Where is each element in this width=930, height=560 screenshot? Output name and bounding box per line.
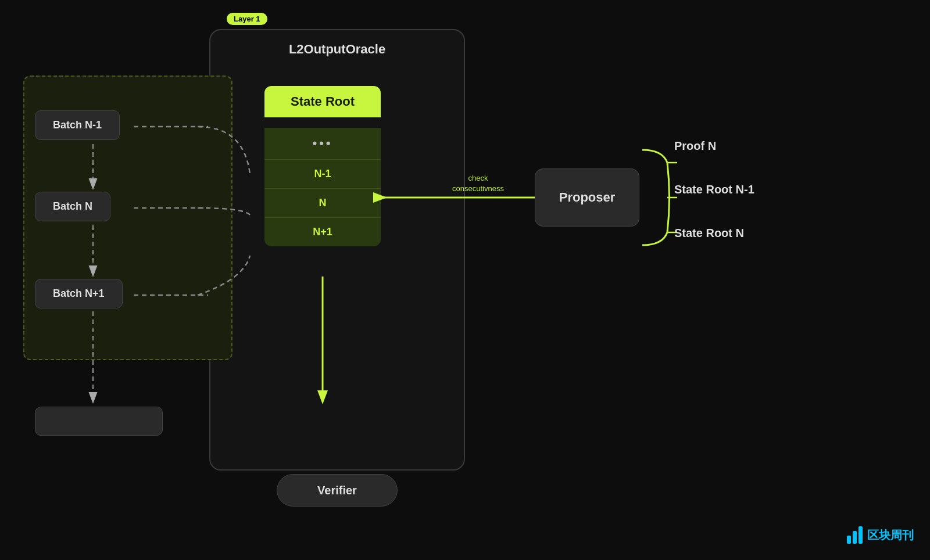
state-root-n-plus-1: N+1	[264, 217, 381, 246]
state-root-dots: •••	[264, 128, 381, 159]
verifier-label: Verifier	[317, 484, 357, 497]
state-root-card-header: State Root	[264, 86, 381, 117]
oracle-title: L2OutputOracle	[210, 42, 464, 57]
check-consecutivness-label: checkconsecutivness	[452, 173, 504, 194]
layer-badge: Layer 1	[227, 13, 267, 25]
proof-n-label: Proof N	[674, 139, 754, 153]
right-labels: Proof N State Root N-1 State Root N	[674, 139, 754, 240]
state-root-title: State Root	[276, 94, 369, 109]
proposer-label: Proposer	[559, 190, 616, 205]
batch-n: Batch N	[35, 192, 110, 221]
state-root-list: ••• N-1 N N+1	[264, 128, 381, 246]
watermark-text: 区块周刊	[867, 527, 914, 543]
diagram-container: Layer 1 L2OutputOracle State Root ••• N-…	[0, 0, 930, 560]
verifier-box: Verifier	[277, 474, 398, 507]
state-root-n-label: State Root N	[674, 227, 754, 240]
state-root-n-minus-1: N-1	[264, 159, 381, 188]
proposer-box: Proposer	[535, 168, 639, 227]
batch-unknown	[35, 407, 163, 436]
batch-n-plus-1: Batch N+1	[35, 279, 123, 308]
watermark-icon	[847, 526, 863, 544]
state-root-n: N	[264, 188, 381, 217]
batch-n-minus-1: Batch N-1	[35, 110, 120, 140]
watermark: 区块周刊	[847, 526, 914, 544]
state-root-n-minus-1-label: State Root N-1	[674, 183, 754, 196]
